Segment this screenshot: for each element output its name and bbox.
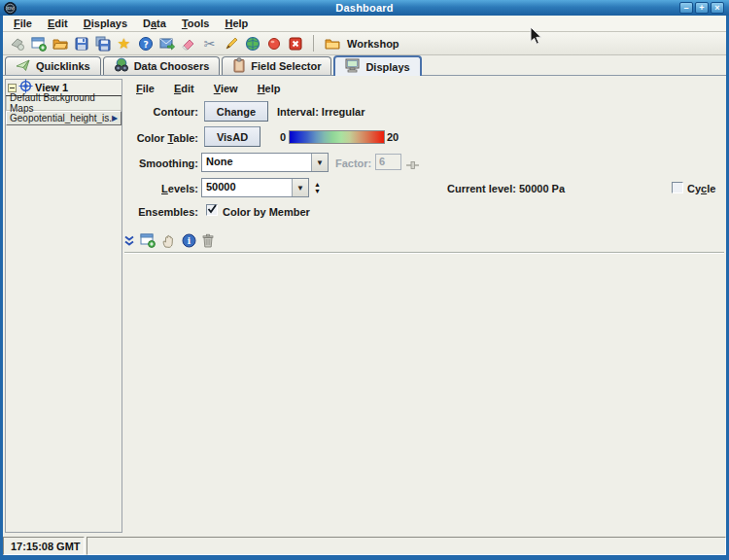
- panel-menu-edit[interactable]: Edit: [169, 82, 199, 95]
- color-bar: [289, 130, 385, 144]
- menu-file[interactable]: File: [9, 17, 37, 30]
- minimize-button[interactable]: –: [679, 2, 693, 14]
- menu-displays[interactable]: Displays: [79, 17, 132, 30]
- tab-field-selector[interactable]: Field Selector: [222, 56, 331, 75]
- spinner-up-icon[interactable]: ▲: [314, 181, 321, 188]
- mouse-cursor: [530, 26, 542, 50]
- ensembles-label: Ensembles:: [124, 206, 198, 218]
- toolbar-separator: [313, 35, 314, 52]
- favorite-star-icon[interactable]: ★: [116, 35, 132, 52]
- tab-field-selector-label: Field Selector: [251, 60, 321, 72]
- dashboard-icon[interactable]: [9, 35, 25, 52]
- factor-label: Factor:: [335, 158, 371, 169]
- contour-label: Contour:: [124, 106, 198, 118]
- cut-icon[interactable]: ✂: [201, 35, 218, 52]
- tree-item-default-background-maps[interactable]: Default Background Maps: [6, 96, 122, 111]
- tab-data-choosers[interactable]: Data Choosers: [103, 56, 221, 75]
- menu-data[interactable]: Data: [138, 17, 171, 30]
- contour-change-button[interactable]: Change: [204, 101, 268, 122]
- smoothing-label: Smoothing:: [124, 158, 198, 169]
- workshop-label[interactable]: Workshop: [347, 38, 399, 50]
- slider-icon: [406, 157, 420, 174]
- svg-text:i: i: [188, 236, 191, 246]
- color-bar-min-label: 0: [280, 131, 286, 143]
- pencil-icon[interactable]: [223, 35, 239, 52]
- tab-data-choosers-label: Data Choosers: [134, 60, 210, 72]
- color-by-member-checkbox[interactable]: [206, 204, 218, 216]
- tree-item-label: Geopotential_height_is.: [10, 113, 112, 123]
- main-toolbar: ★ ? ✂ Workshop: [3, 32, 726, 55]
- contour-interval-text: Interval: Irregular: [277, 106, 364, 118]
- dashboard-window: IDV Dashboard – + × File Edit Displays D…: [0, 0, 729, 560]
- save-as-icon[interactable]: [94, 35, 111, 52]
- chevron-down-icon[interactable]: ▼: [292, 179, 308, 196]
- panel-menu-view[interactable]: View: [209, 82, 243, 95]
- chevron-down-icon[interactable]: ▼: [311, 154, 328, 171]
- submenu-arrow-icon: ▶: [112, 115, 118, 122]
- tab-quicklinks-label: Quicklinks: [36, 60, 90, 72]
- record-icon[interactable]: [265, 35, 282, 52]
- tree-item-label: Default Background Maps: [10, 92, 118, 114]
- tab-displays-label: Displays: [365, 61, 409, 73]
- close-button[interactable]: ×: [711, 2, 724, 14]
- eraser-icon[interactable]: [180, 35, 196, 52]
- view-tree-panel: View 1 Default Background Maps Geopotent…: [5, 79, 122, 533]
- new-window-icon[interactable]: [140, 232, 156, 252]
- cycle-checkbox[interactable]: [672, 182, 683, 193]
- color-table-label: Color Table:: [124, 132, 198, 144]
- main-menubar: File Edit Displays Data Tools Help: [3, 16, 726, 32]
- collapse-chevrons-icon[interactable]: [124, 233, 134, 251]
- current-level-text: Current level: 50000 Pa: [447, 183, 565, 194]
- tab-quicklinks[interactable]: Quicklinks: [5, 56, 101, 75]
- status-message-area: [87, 537, 726, 555]
- color-by-member-label: Color by Member: [223, 206, 310, 218]
- display-panel-menubar: File Edit View Help: [127, 80, 286, 96]
- window-title: Dashboard: [0, 2, 729, 14]
- clipboard-icon: [232, 57, 246, 75]
- statusbar: 17:15:08 GMT: [3, 534, 726, 555]
- levels-label: Levels:: [124, 183, 198, 194]
- tabbar: Quicklinks Data Choosers Field Selector …: [3, 55, 726, 76]
- titlebar[interactable]: IDV Dashboard – + ×: [0, 0, 729, 16]
- color-bar-max-label: 20: [387, 131, 399, 143]
- new-window-icon[interactable]: [30, 35, 47, 52]
- panel-menu-help[interactable]: Help: [253, 82, 286, 95]
- color-table-visad-button[interactable]: VisAD: [204, 126, 260, 147]
- panel-menu-file[interactable]: File: [131, 82, 159, 95]
- spinner-down-icon[interactable]: ▼: [314, 188, 321, 194]
- display-control-toolbar: i: [124, 232, 214, 252]
- binoculars-globe-icon: [114, 57, 129, 75]
- hand-icon[interactable]: [161, 233, 176, 252]
- menu-help[interactable]: Help: [220, 17, 253, 30]
- cycle-label: Cycle: [687, 183, 715, 194]
- tree-item-geopotential-height[interactable]: Geopotential_height_is. ▶: [6, 111, 122, 125]
- exit-icon[interactable]: [287, 35, 303, 52]
- status-clock: 17:15:08 GMT: [3, 537, 85, 555]
- levels-value: 50000: [202, 179, 292, 196]
- levels-spinner[interactable]: ▲ ▼: [311, 178, 324, 197]
- trash-icon[interactable]: [202, 233, 214, 252]
- menu-edit[interactable]: Edit: [43, 17, 73, 30]
- support-message-icon[interactable]: [158, 35, 175, 52]
- open-folder-icon[interactable]: [52, 35, 68, 52]
- menu-tools[interactable]: Tools: [177, 17, 215, 30]
- paper-plane-icon: [16, 58, 31, 74]
- info-icon[interactable]: i: [182, 233, 196, 252]
- panel-separator: [124, 252, 724, 254]
- svg-text:?: ?: [143, 39, 148, 49]
- levels-combo[interactable]: 50000 ▼: [201, 178, 309, 197]
- check-icon: [206, 203, 218, 215]
- factor-field: 6: [375, 154, 401, 170]
- workshop-folder-icon[interactable]: [324, 35, 340, 52]
- tab-displays[interactable]: Displays: [333, 55, 421, 76]
- smoothing-combo[interactable]: None ▼: [201, 153, 329, 172]
- maximize-button[interactable]: +: [695, 2, 709, 14]
- save-icon[interactable]: [73, 35, 89, 52]
- smoothing-value: None: [202, 154, 311, 171]
- globe-icon[interactable]: [244, 35, 260, 52]
- help-icon[interactable]: ?: [137, 35, 154, 52]
- monitor-icon: [345, 58, 361, 75]
- window-frame-bottom: [0, 555, 729, 560]
